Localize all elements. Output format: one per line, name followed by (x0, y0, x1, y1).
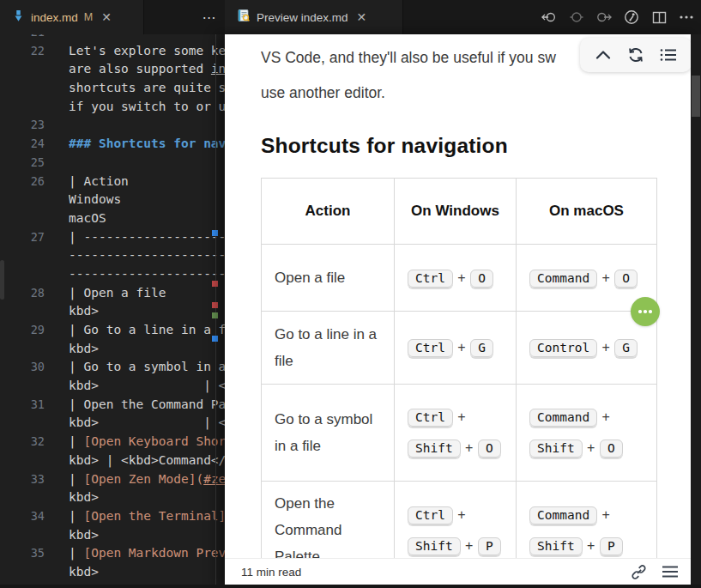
editor-line[interactable]: 22Let's explore some key (0, 42, 225, 61)
more-tabs-icon[interactable]: ⋯ (194, 0, 225, 34)
editor-line[interactable]: kbd> | <l (0, 414, 225, 433)
editor-scrollbar-thumb[interactable] (0, 260, 4, 300)
editor-line[interactable]: 23 (0, 116, 225, 135)
preview-scrollbar[interactable] (691, 34, 701, 588)
editor-line[interactable]: 25 (0, 154, 225, 173)
plus-separator: + (583, 440, 600, 455)
windows-shortcut-cell: Ctrl + G (395, 312, 517, 385)
kbd-key: Shift (529, 537, 583, 555)
preview-content: VS Code, and they'll also be useful if y… (261, 34, 694, 579)
editor-line[interactable]: Windows (0, 191, 225, 209)
editor-line[interactable]: 33| [Open Zen Mode](#zen (0, 470, 225, 489)
plus-separator: + (597, 409, 611, 424)
line-number (0, 209, 45, 228)
kbd-key: P (600, 537, 623, 555)
tab-preview-index-md[interactable]: Preview index.md ✕ (225, 0, 403, 34)
tab-preview-label: Preview index.md (257, 11, 348, 24)
editor-line[interactable]: 32| [Open Keyboard Shor (0, 433, 225, 452)
editor-line[interactable]: 26| Action (0, 173, 225, 191)
shortcuts-table: ActionOn WindowsOn macOS Open a fileCtrl… (261, 178, 657, 579)
line-number: 21 (0, 34, 45, 42)
line-number (0, 79, 45, 98)
editor-line[interactable]: ----------------------- (0, 265, 225, 284)
editor-line[interactable]: are also supported in (0, 60, 225, 79)
line-code: | [Open the Terminal] (69, 507, 225, 526)
action-cell: Open a file (262, 245, 395, 312)
close-icon[interactable]: ✕ (99, 9, 114, 25)
table-header-row: ActionOn WindowsOn macOS (262, 179, 657, 245)
editor-line[interactable]: 29| Go to a line in a fi (0, 321, 225, 340)
kbd-key: Ctrl (408, 506, 453, 524)
line-code: if you switch to or us (69, 98, 225, 117)
plus-separator: + (461, 440, 478, 455)
line-number (0, 246, 45, 265)
editor-line[interactable]: 21 (0, 34, 225, 42)
nav-back-icon[interactable] (541, 9, 557, 25)
editor-line[interactable]: 27| --------------------- (0, 228, 225, 247)
line-code: | --------------------- (69, 228, 225, 247)
menu-icon[interactable] (662, 566, 679, 578)
run-icon[interactable] (624, 9, 639, 25)
nav-circle-icon[interactable] (569, 9, 584, 25)
editor-line[interactable]: kbd> (0, 488, 225, 507)
line-number: 30 (0, 358, 45, 377)
close-icon[interactable]: ✕ (354, 9, 370, 25)
toc-list-icon[interactable] (659, 45, 678, 64)
refresh-icon[interactable] (626, 45, 645, 64)
line-number (0, 98, 45, 117)
line-code: | [Open Keyboard Shor (69, 433, 225, 452)
editor-line[interactable]: 28| Open a file (0, 284, 225, 303)
ruler-decoration (212, 312, 218, 318)
plus-separator: + (597, 507, 611, 522)
kbd-key: O (614, 270, 638, 288)
more-actions-icon[interactable] (679, 9, 694, 25)
tab-index-md[interactable]: index.md M ✕ (0, 0, 144, 34)
editor-line[interactable]: kbd> (0, 563, 225, 582)
kbd-key: Command (529, 270, 597, 288)
kbd-key: Shift (529, 439, 583, 458)
editor-line[interactable]: if you switch to or us (0, 98, 225, 117)
table-header-cell: On Windows (395, 179, 517, 245)
kbd-key: Ctrl (408, 339, 453, 357)
nav-forward-icon[interactable] (596, 9, 612, 25)
plus-separator: + (461, 538, 478, 553)
editor-line[interactable]: kbd> (0, 526, 225, 545)
markdown-source-editor[interactable]: 2122Let's explore some keyare also suppo… (0, 34, 225, 588)
split-editor-icon[interactable] (651, 9, 667, 25)
link-icon[interactable] (631, 564, 647, 580)
annotation-dots-button[interactable] (631, 297, 660, 326)
line-number: 34 (0, 507, 45, 526)
editor-line[interactable]: 24### Shortcuts for navi (0, 135, 225, 154)
collapse-icon[interactable] (594, 45, 613, 64)
line-code: | Open the Command Pal (69, 396, 225, 415)
editor-line[interactable]: 30| Go to a symbol in a (0, 358, 225, 377)
macos-shortcut-cell: Command + Shift + O (517, 385, 657, 482)
kbd-key: O (478, 439, 501, 458)
editor-line[interactable]: 31| Open the Command Pal (0, 396, 225, 415)
vscode-window: index.md M ✕ ⋯ Preview index.md ✕ (0, 0, 701, 588)
line-code: kbd> (69, 488, 99, 507)
paragraph-line: use another editor. (261, 76, 664, 111)
editor-line[interactable]: shortcuts are quite si (0, 79, 225, 98)
line-code: kbd> (69, 526, 99, 545)
windows-shortcut-cell: Ctrl + Shift + O (395, 385, 517, 482)
kbd-key: O (470, 270, 493, 288)
editor-line[interactable]: kbd> (0, 340, 225, 359)
ruler-decoration (212, 336, 218, 342)
editor-line[interactable]: macOS (0, 209, 225, 228)
editor-line[interactable]: kbd> (0, 302, 225, 321)
editor-line[interactable]: kbd> | <kbd>Command</l (0, 452, 225, 470)
editor-line[interactable]: 34| [Open the Terminal] (0, 507, 225, 526)
preview-scrollbar-thumb[interactable] (692, 76, 700, 117)
editor-line[interactable]: 35| [Open Markdown Prev (0, 544, 225, 563)
editor-line[interactable]: ----------------------- (0, 246, 225, 265)
editor-line[interactable]: kbd> | <l (0, 377, 225, 396)
plus-separator: + (597, 270, 614, 285)
line-code: kbd> (69, 302, 99, 321)
markdown-preview-panel: VS Code, and they'll also be useful if y… (225, 34, 701, 588)
line-code: kbd> | <l (69, 377, 225, 396)
overview-ruler (215, 34, 216, 588)
line-number: 32 (0, 433, 45, 452)
line-number: 29 (0, 321, 45, 340)
line-number (0, 377, 45, 396)
